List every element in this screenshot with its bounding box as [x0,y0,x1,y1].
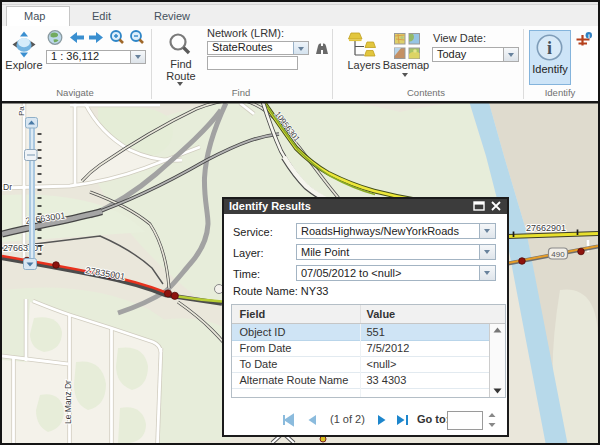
svg-text:Le Manz Dr: Le Manz Dr [63,380,73,424]
svg-text:27662901: 27662901 [526,223,566,233]
svg-text:Dr: Dr [3,182,12,192]
svg-text:i: i [547,38,552,58]
svg-text:490: 490 [551,250,565,259]
